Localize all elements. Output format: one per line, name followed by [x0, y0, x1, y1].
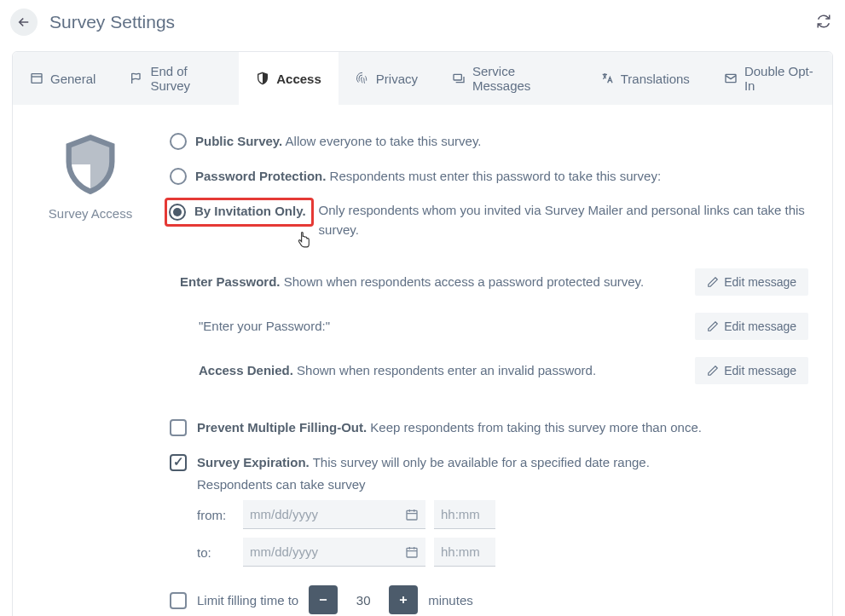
minus-icon	[317, 594, 329, 606]
from-label: from:	[197, 508, 234, 522]
tab-privacy[interactable]: Privacy	[339, 52, 435, 105]
checkbox-prevent-multiple[interactable]	[170, 419, 187, 436]
calendar-icon	[405, 508, 419, 521]
refresh-icon	[816, 14, 831, 29]
pencil-icon	[707, 276, 719, 288]
pencil-icon	[707, 320, 719, 332]
message-quoted-text: "Enter your Password:" Edit message	[199, 313, 808, 340]
tab-end-of-survey[interactable]: End of Survey	[113, 52, 239, 105]
to-label: to:	[197, 545, 234, 560]
shield-icon	[256, 72, 269, 85]
checkbox-survey-expiration[interactable]	[170, 454, 187, 471]
flag-icon	[130, 72, 143, 85]
edit-message-button-2[interactable]: Edit message	[695, 313, 808, 340]
translate-icon	[600, 72, 614, 85]
shield-large-icon	[58, 132, 123, 197]
tab-general[interactable]: General	[13, 52, 113, 105]
tab-service-messages[interactable]: Service Messages	[435, 52, 583, 105]
radio-invitation[interactable]	[169, 204, 186, 221]
section-icon-block: Survey Access	[33, 132, 148, 614]
svg-rect-1	[454, 74, 461, 80]
arrow-left-icon	[16, 14, 32, 30]
from-date-input[interactable]: mm/dd/yyyy	[243, 500, 425, 529]
section-label: Survey Access	[33, 206, 148, 221]
page-title: Survey Settings	[49, 12, 175, 32]
back-button[interactable]	[10, 9, 38, 36]
plus-icon	[397, 594, 409, 606]
tabs: General End of Survey Access Privacy Ser…	[13, 52, 832, 105]
option-password-protection[interactable]: Password Protection. Respondents must en…	[170, 167, 808, 187]
tab-double-opt-in[interactable]: Double Opt-In	[707, 52, 832, 105]
edit-message-button-3[interactable]: Edit message	[695, 357, 808, 384]
calendar-icon	[405, 545, 419, 559]
highlight-annotation: By Invitation Only.	[165, 198, 314, 227]
option-prevent-multiple[interactable]: Prevent Multiple Filling-Out. Keep respo…	[170, 418, 808, 438]
messages-icon	[452, 72, 466, 85]
window-icon	[30, 72, 43, 85]
svg-rect-3	[407, 510, 417, 520]
fingerprint-icon	[356, 72, 369, 85]
limit-label: Limit filling time to	[197, 593, 298, 607]
limit-unit: minutes	[428, 593, 473, 607]
decrement-button[interactable]	[309, 585, 338, 614]
envelope-icon	[724, 72, 738, 85]
limit-value: 30	[348, 593, 379, 607]
option-by-invitation[interactable]: By Invitation Only. Only respondents who…	[170, 201, 808, 239]
option-survey-expiration[interactable]: Survey Expiration. This survey will only…	[170, 453, 808, 473]
radio-password[interactable]	[170, 168, 187, 185]
svg-rect-0	[32, 74, 42, 83]
expiration-sub-label: Respondents can take survey	[197, 477, 808, 492]
edit-message-button-1[interactable]: Edit message	[695, 268, 808, 296]
to-date-input[interactable]: mm/dd/yyyy	[243, 538, 425, 567]
tab-translations[interactable]: Translations	[583, 52, 707, 105]
tab-access[interactable]: Access	[239, 52, 339, 105]
refresh-button[interactable]	[816, 14, 831, 32]
svg-rect-5	[407, 548, 417, 557]
from-time-input[interactable]: hh:mm	[434, 500, 495, 529]
radio-public[interactable]	[170, 133, 187, 150]
option-public-survey[interactable]: Public Survey. Allow everyone to take th…	[170, 132, 808, 152]
to-time-input[interactable]: hh:mm	[434, 538, 495, 567]
checkbox-limit-filling-time[interactable]	[170, 592, 187, 609]
increment-button[interactable]	[389, 585, 418, 614]
pencil-icon	[707, 365, 719, 377]
message-access-denied: Access Denied. Shown when respondents en…	[199, 357, 808, 384]
message-enter-password: Enter Password. Shown when respondents a…	[180, 268, 808, 296]
